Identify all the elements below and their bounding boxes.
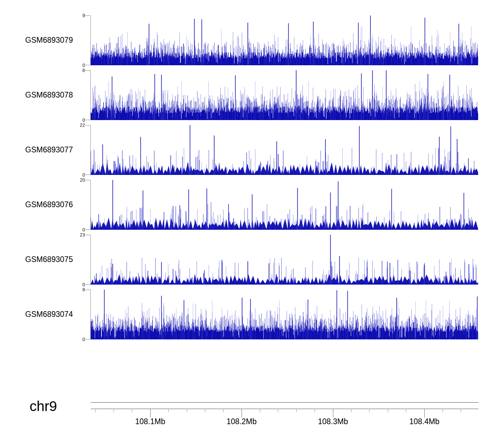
y-axis-tick [85,290,91,290]
axis-tick-major [150,409,151,417]
track-label: GSM6893076 [25,200,73,209]
axis-tick-major [333,409,333,417]
ruler-line [91,409,478,409]
axis-tick-minor [223,409,223,412]
axis-tick-label: 108.3Mb [309,417,356,426]
y-axis-tick [85,339,91,339]
track-row: GSM6893077220 [0,125,504,175]
axis-tick-minor [406,409,406,412]
axis-tick-minor [114,409,114,412]
y-axis-zero-label: 0 [58,337,85,342]
y-axis-zero-label: 0 [58,63,85,68]
genome-browser-figure: GSM689307990GSM689307880GSM6893077220GSM… [0,0,504,444]
axis-tick-label: 108.1Mb [127,417,174,426]
y-axis-max-label: 23 [58,232,85,237]
y-axis-max-label: 9 [58,13,85,18]
y-axis-zero-label: 0 [58,173,85,177]
y-axis-tick [85,175,91,175]
axis-tick-minor [314,409,315,412]
axis-tick-minor [278,409,278,412]
track-row: GSM689307990 [0,15,504,65]
axis-tick-minor [296,409,297,412]
axis-tick-minor [168,409,169,412]
y-axis-tick [85,65,91,65]
track-row: GSM689307880 [0,70,504,120]
y-axis-max-label: 8 [58,68,85,73]
axis-tick-major [242,409,242,417]
axis-tick-minor [132,409,132,412]
axis-tick-label: 108.4Mb [401,417,448,426]
axis-tick-minor [443,409,443,412]
y-axis-tick [85,15,91,16]
y-axis-max-label: 8 [58,287,85,292]
track-label: GSM6893074 [25,310,73,319]
y-axis-zero-label: 0 [58,227,85,232]
axis-tick-minor [369,409,370,412]
track-label: GSM6893078 [25,90,73,100]
track-label: GSM6893075 [25,255,73,264]
axis-tick-minor [260,409,260,412]
y-axis-tick [85,120,91,120]
track-row: GSM6893076200 [0,180,504,230]
y-axis-max-label: 20 [58,178,85,182]
chromosome-line [91,402,478,403]
chromosome-label: chr9 [30,398,57,414]
axis-tick-major [424,409,425,417]
track-label: GSM6893079 [25,36,73,45]
axis-tick-minor [351,409,351,412]
coverage-signal-canvas [91,235,478,285]
coverage-signal-canvas [91,70,478,120]
axis-tick-label: 108.2Mb [218,417,265,426]
y-axis-tick [85,284,91,285]
y-axis-zero-label: 0 [58,282,85,287]
axis-tick-minor [187,409,187,412]
axis-tick-minor [205,409,205,412]
track-row: GSM6893075230 [0,235,504,285]
coverage-signal-canvas [91,125,478,175]
y-axis-tick [85,235,91,235]
y-axis-max-label: 22 [58,123,85,127]
y-axis-tick [85,125,91,125]
axis-tick-minor [388,409,388,412]
coverage-signal-canvas [91,15,478,65]
track-row: GSM689307480 [0,290,504,339]
y-axis-tick [85,180,91,180]
axis-tick-minor [95,409,96,412]
y-axis-tick [85,70,91,71]
coverage-signal-canvas [91,290,478,339]
coverage-signal-canvas [91,180,478,230]
axis-tick-minor [461,409,461,412]
y-axis-zero-label: 0 [58,118,85,122]
track-label: GSM6893077 [25,145,73,154]
y-axis-tick [85,229,91,230]
